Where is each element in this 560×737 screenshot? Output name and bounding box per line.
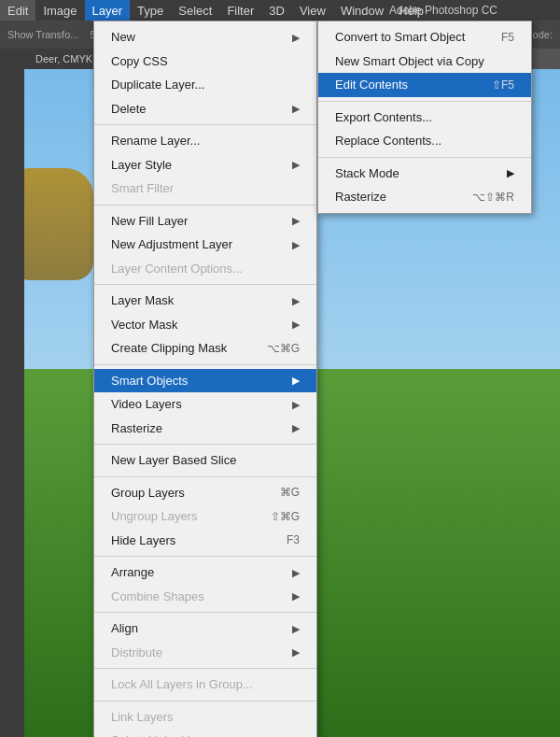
- arrow-icon: ▶: [292, 30, 300, 46]
- separator: [94, 476, 316, 477]
- menu-layer[interactable]: Layer: [85, 0, 131, 21]
- menu-smart-filter: Smart Filter: [94, 177, 316, 201]
- arrow-icon: ▶: [292, 565, 300, 581]
- separator: [94, 124, 316, 125]
- menu-new-fill-layer[interactable]: New Fill Layer ▶: [94, 209, 316, 234]
- menu-link-layers: Link Layers: [94, 705, 316, 730]
- arrow-icon: ▶: [292, 293, 300, 309]
- submenu-export-contents[interactable]: Export Contents...: [318, 106, 531, 130]
- arrow-icon: ▶: [292, 397, 300, 413]
- arrow-icon: ▶: [292, 157, 300, 173]
- menu-layer-style[interactable]: Layer Style ▶: [94, 153, 316, 177]
- submenu-stack-mode[interactable]: Stack Mode ▶: [318, 162, 531, 186]
- menu-combine-shapes: Combine Shapes ▶: [94, 585, 316, 609]
- arrow-icon: ▶: [507, 165, 514, 181]
- separator: [318, 101, 531, 102]
- menu-delete[interactable]: Delete ▶: [94, 97, 316, 121]
- menu-new[interactable]: New ▶: [94, 25, 316, 50]
- separator: [94, 701, 316, 702]
- arrow-icon: ▶: [292, 645, 300, 660]
- menu-select[interactable]: Select: [171, 0, 219, 21]
- arrow-icon: ▶: [292, 420, 300, 436]
- menu-create-clipping-mask[interactable]: Create Clipping Mask ⌥⌘G: [94, 336, 316, 361]
- separator: [318, 157, 531, 158]
- menu-type[interactable]: Type: [130, 0, 171, 21]
- smart-objects-submenu: Convert to Smart Object F5 New Smart Obj…: [317, 21, 532, 214]
- arrow-icon: ▶: [292, 373, 300, 389]
- arrow-icon: ▶: [292, 317, 300, 333]
- menu-new-layer-based-slice[interactable]: New Layer Based Slice: [94, 448, 316, 473]
- arrow-icon: ▶: [292, 213, 300, 229]
- menu-group-layers[interactable]: Group Layers ⌘G: [94, 481, 316, 505]
- menu-video-layers[interactable]: Video Layers ▶: [94, 392, 316, 417]
- scene-deer: [19, 168, 93, 280]
- menu-bar: Edit Image Layer Type Select Filter 3D V…: [0, 0, 560, 21]
- separator: [94, 556, 316, 557]
- menu-lock-all-layers: Lock All Layers in Group...: [94, 673, 316, 697]
- separator: [94, 284, 316, 285]
- separator: [94, 612, 316, 613]
- submenu-edit-contents[interactable]: Edit Contents ⇧F5: [318, 73, 531, 97]
- arrow-icon: ▶: [292, 237, 300, 253]
- menu-3d[interactable]: 3D: [261, 0, 292, 21]
- submenu-replace-contents[interactable]: Replace Contents...: [318, 129, 531, 153]
- submenu-new-smart-object-via-copy[interactable]: New Smart Object via Copy: [318, 50, 531, 74]
- menu-vector-mask[interactable]: Vector Mask ▶: [94, 313, 316, 337]
- toolbar-show-transform: Show Transfo...: [7, 29, 78, 40]
- menu-filter[interactable]: Filter: [219, 0, 261, 21]
- separator: [94, 205, 316, 206]
- menu-arrange[interactable]: Arrange ▶: [94, 560, 316, 585]
- menu-rename-layer[interactable]: Rename Layer...: [94, 129, 316, 153]
- menu-copy-css[interactable]: Copy CSS: [94, 50, 316, 74]
- separator: [94, 668, 316, 669]
- separator: [94, 444, 316, 445]
- app-title: Adobe Photoshop CC: [327, 0, 560, 21]
- menu-image[interactable]: Image: [35, 0, 84, 21]
- layer-menu-dropdown: New ▶ Copy CSS Duplicate Layer... Delete…: [93, 21, 317, 737]
- menu-edit[interactable]: Edit: [0, 0, 35, 21]
- menu-smart-objects[interactable]: Smart Objects ▶: [94, 369, 316, 393]
- menu-duplicate-layer[interactable]: Duplicate Layer...: [94, 73, 316, 97]
- separator: [94, 364, 316, 365]
- menu-ungroup-layers: Ungroup Layers ⇧⌘G: [94, 504, 316, 529]
- arrow-icon: ▶: [292, 101, 300, 117]
- menu-layer-content-options: Layer Content Options...: [94, 257, 316, 281]
- menu-rasterize[interactable]: Rasterize ▶: [94, 417, 316, 441]
- menu-select-linked-layers: Select Linked Layers: [94, 729, 316, 737]
- submenu-rasterize[interactable]: Rasterize ⌥⇧⌘R: [318, 185, 531, 209]
- arrow-icon: ▶: [292, 588, 300, 604]
- menu-distribute: Distribute ▶: [94, 641, 316, 665]
- menu-align[interactable]: Align ▶: [94, 617, 316, 641]
- menu-layer-mask[interactable]: Layer Mask ▶: [94, 289, 316, 313]
- menu-hide-layers[interactable]: Hide Layers F3: [94, 529, 316, 553]
- arrow-icon: ▶: [292, 621, 300, 637]
- menu-new-adjustment-layer[interactable]: New Adjustment Layer ▶: [94, 233, 316, 257]
- side-tools: [0, 49, 24, 737]
- submenu-convert-to-smart-object[interactable]: Convert to Smart Object F5: [318, 25, 531, 50]
